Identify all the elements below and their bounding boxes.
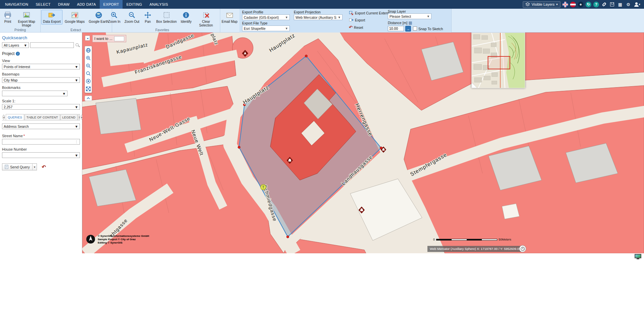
zoom-out-tool-button[interactable] bbox=[85, 62, 92, 69]
chevron-down-icon: ▼ bbox=[75, 153, 78, 157]
tab-legend[interactable]: LEGEND bbox=[60, 114, 78, 120]
google-maps-button[interactable]: Google Maps bbox=[63, 10, 86, 24]
basemaps-label: Basemaps bbox=[2, 72, 80, 76]
quicksearch-title: Quicksearch bbox=[2, 35, 80, 40]
i-want-to-widget[interactable]: I want to ... bbox=[92, 35, 126, 42]
tab-table-of-content[interactable]: TABLE OF CONTENT bbox=[25, 114, 60, 120]
ribbon-group-printing: Print Export Map Image Printing bbox=[0, 9, 41, 33]
bookmarks-select[interactable]: ▼ bbox=[2, 91, 67, 96]
export-profile-select[interactable]: Cadaster (GIS-Export)▼ bbox=[242, 14, 290, 20]
google-maps-icon bbox=[71, 11, 79, 19]
zoom-out-button[interactable]: Zoom Out bbox=[123, 10, 141, 24]
menu-tab-navigation[interactable]: NAVIGATION bbox=[1, 0, 32, 9]
apply-distance-button[interactable]: → bbox=[405, 26, 411, 32]
save-icon[interactable] bbox=[609, 1, 615, 7]
email-map-button[interactable]: Email Map bbox=[220, 10, 239, 24]
globe-tool-button[interactable] bbox=[85, 46, 92, 54]
tabs-scroll-left-button[interactable]: ◂ bbox=[3, 115, 5, 119]
export-file-type-select[interactable]: Esri Shapefile▼ bbox=[242, 25, 290, 31]
zoom-in-button[interactable]: Zoom In bbox=[106, 10, 122, 24]
snap-layer-label: Snap Layer bbox=[388, 9, 406, 13]
chevron-down-icon: ▼ bbox=[285, 27, 288, 30]
google-earth-icon bbox=[94, 11, 103, 19]
search-icon[interactable] bbox=[75, 43, 80, 47]
time-clock-button[interactable] bbox=[519, 245, 526, 252]
tab-clipped[interactable]: I bbox=[78, 114, 80, 120]
tab-queries[interactable]: QUERIES bbox=[6, 114, 24, 120]
input-decoration-icon: ⋮ bbox=[75, 140, 78, 144]
poi-marker-transit[interactable]: T bbox=[261, 184, 266, 190]
map-canvas[interactable]: KapaunplatzDavidgasseFranziskanergassepl… bbox=[82, 33, 644, 253]
map-viewport[interactable]: KapaunplatzDavidgasseFranziskanergassepl… bbox=[82, 33, 644, 253]
connection-status-icon[interactable] bbox=[635, 254, 641, 259]
scale-bar-segments bbox=[436, 239, 497, 241]
reset-button[interactable]: ↶ Reset bbox=[349, 25, 363, 30]
overview-map[interactable] bbox=[471, 33, 525, 88]
share-link-icon[interactable] bbox=[601, 1, 607, 7]
export-current-extent-button[interactable]: Export Current Extent bbox=[349, 11, 389, 15]
settings-gear-icon[interactable]: ⚙ bbox=[625, 1, 631, 7]
uk-flag-icon[interactable] bbox=[562, 2, 568, 7]
snap-layer-select[interactable]: Please Select▼ bbox=[388, 13, 431, 19]
send-query-button[interactable]: Send Query ▾ bbox=[2, 163, 37, 170]
export-map-image-button[interactable]: Export Map Image bbox=[14, 10, 39, 28]
export-options-panel: Export Profile Cadaster (GIS-Export)▼ Ex… bbox=[239, 9, 452, 33]
distance-input[interactable] bbox=[388, 26, 404, 31]
query-type-select[interactable]: Address Search▼ bbox=[2, 123, 80, 129]
quicksearch-layer-select[interactable]: All Layers▼ bbox=[2, 42, 29, 48]
pan-button[interactable]: Pan bbox=[142, 10, 154, 24]
monitor-glyph bbox=[635, 254, 641, 258]
overview-extent-rect[interactable] bbox=[488, 56, 510, 69]
help-icon[interactable]: ? bbox=[593, 2, 599, 7]
menu-tab-editing[interactable]: EDITING bbox=[123, 0, 146, 9]
box-selection-icon bbox=[162, 11, 171, 19]
austria-flag-icon[interactable] bbox=[570, 2, 576, 7]
visible-layers-label: Visible Layers bbox=[532, 2, 554, 6]
export-file-type-label: Export File Type bbox=[242, 21, 268, 25]
zoom-extent-tool-button[interactable] bbox=[85, 69, 92, 77]
app-logo-icon[interactable]: ◈ bbox=[578, 2, 584, 7]
reset-query-icon[interactable]: ↶ bbox=[42, 164, 46, 170]
house-number-select[interactable]: ▼ bbox=[2, 152, 80, 158]
zoom-in-icon bbox=[110, 11, 119, 19]
quicksearch-input[interactable] bbox=[30, 42, 74, 48]
data-export-button[interactable]: Data Export bbox=[41, 10, 62, 24]
clear-selection-button[interactable]: Clear Selection bbox=[194, 10, 218, 28]
sidebar-collapse-button[interactable]: ◂ bbox=[85, 36, 90, 41]
chevron-down-icon: ▼ bbox=[75, 65, 78, 69]
center-tool-button[interactable] bbox=[85, 77, 92, 85]
export-projection-select[interactable]: Web Mercator (Auxiliary Sp...▼ bbox=[294, 14, 342, 20]
box-selection-button[interactable]: Box Selection bbox=[154, 10, 178, 24]
identify-icon bbox=[182, 11, 190, 19]
identify-button[interactable]: Identify bbox=[179, 10, 193, 24]
menu-tab-add-data[interactable]: ADD DATA bbox=[73, 0, 99, 9]
snap-to-sketch-checkbox[interactable] bbox=[413, 27, 417, 31]
menu-tab-draw[interactable]: DRAW bbox=[54, 0, 73, 9]
data-export-icon bbox=[47, 11, 56, 19]
house-number-label: House Number bbox=[2, 147, 80, 151]
extent-arrow-icon bbox=[349, 11, 354, 15]
i-want-to-input[interactable] bbox=[114, 36, 124, 41]
full-extent-tool-button[interactable] bbox=[85, 85, 92, 93]
menu-tab-analysis[interactable]: ANALYSIS bbox=[146, 0, 172, 9]
street-name-label: Street Name* bbox=[2, 134, 80, 138]
zoom-in-tool-button[interactable] bbox=[85, 54, 92, 62]
collapse-tools-button[interactable] bbox=[85, 96, 92, 101]
basemap-select[interactable]: City Map▼ bbox=[2, 77, 80, 83]
menu-tab-export[interactable]: EXPORT bbox=[100, 0, 123, 9]
user-account-icon[interactable]: ▾ bbox=[633, 1, 641, 7]
info-icon[interactable]: i bbox=[16, 52, 20, 56]
view-select[interactable]: Points of Interest▼ bbox=[2, 64, 80, 69]
visible-layers-button[interactable]: Visible Layers ▾ bbox=[523, 1, 560, 8]
menu-tab-select[interactable]: SELECT bbox=[32, 0, 54, 9]
calculator-icon[interactable]: ▦ bbox=[617, 1, 623, 7]
history-icon[interactable]: ↻ bbox=[586, 2, 591, 7]
print-button[interactable]: Print bbox=[2, 10, 14, 24]
map-tool-strip bbox=[85, 46, 92, 93]
export-button[interactable]: Export bbox=[349, 18, 365, 22]
street-name-input[interactable] bbox=[2, 139, 80, 145]
scale-end-label: 50Meters bbox=[499, 238, 511, 241]
chevron-down-icon: ▾ bbox=[556, 3, 558, 6]
scale-select[interactable]: 2,257▼ bbox=[2, 104, 80, 110]
person-glyph bbox=[634, 2, 639, 7]
